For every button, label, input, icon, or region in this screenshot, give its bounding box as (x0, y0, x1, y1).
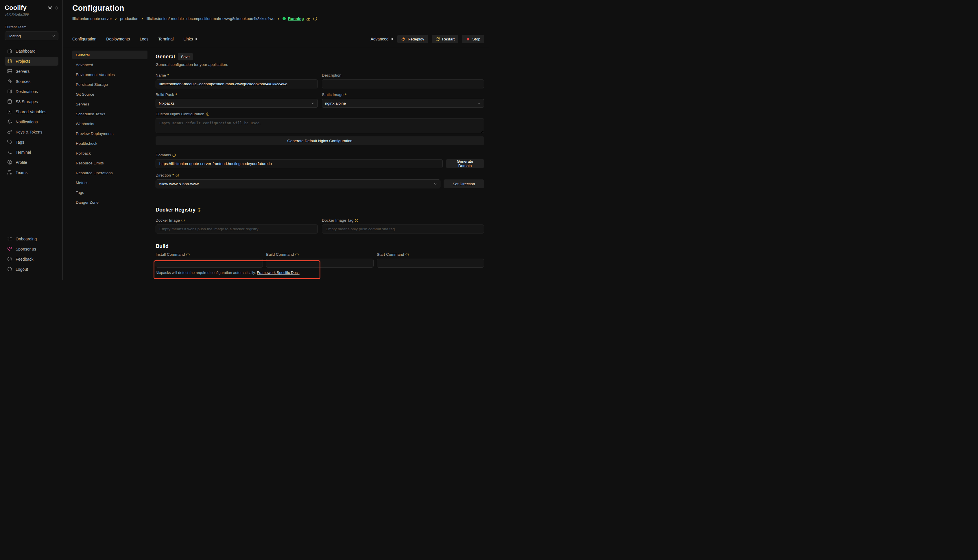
subnav-item-persistent-storage[interactable]: Persistent Storage (72, 80, 147, 89)
section-title-docker-registry: Docker Registry (155, 207, 484, 213)
info-icon (186, 253, 190, 256)
sidebar: Coolify v4.0.0-beta.399 Current Team Hos… (0, 0, 63, 280)
stop-pause-icon (466, 37, 470, 41)
direction-select[interactable]: Allow www & non-www. (155, 180, 440, 188)
team-select[interactable]: Hosting (5, 32, 59, 40)
app-logo: Coolify (5, 4, 27, 12)
subnav-item-servers[interactable]: Servers (72, 100, 147, 108)
logout-icon (7, 267, 12, 272)
status-dot (283, 17, 286, 20)
sidebar-item-keys-tokens[interactable]: Keys & Tokens (5, 127, 59, 137)
build-pack-select[interactable]: Nixpacks (155, 99, 318, 108)
users-icon (7, 170, 12, 175)
settings-subnav: General Advanced Environment Variables P… (72, 50, 147, 280)
subnav-item-resource-limits[interactable]: Resource Limits (72, 158, 147, 167)
subnav-item-rollback[interactable]: Rollback (72, 149, 147, 157)
user-circle-icon (7, 160, 12, 165)
subnav-item-healthcheck[interactable]: Healthcheck (72, 139, 147, 148)
info-icon (355, 219, 358, 222)
install-command-input[interactable] (155, 258, 263, 268)
sidebar-item-sponsor-us[interactable]: Sponsor us (5, 245, 59, 253)
subnav-item-environment-variables[interactable]: Environment Variables (72, 70, 147, 79)
info-icon (181, 219, 185, 222)
tab-configuration[interactable]: Configuration (72, 37, 96, 41)
sidebar-item-sources[interactable]: Sources (5, 77, 59, 86)
status-badge[interactable]: Running (288, 17, 304, 21)
custom-nginx-label: Custom Nginx Configuration (155, 112, 484, 117)
subnav-item-webhooks[interactable]: Webhooks (72, 119, 147, 128)
static-image-select[interactable]: nginx:alpine (322, 99, 484, 108)
sidebar-item-logout[interactable]: Logout (5, 265, 59, 273)
domains-input[interactable] (155, 159, 443, 168)
restart-button[interactable]: Restart (432, 35, 459, 43)
subnav-item-preview-deployments[interactable]: Preview Deployments (72, 129, 147, 138)
sidebar-footer: Onboarding Sponsor us Feedback Logout (5, 234, 59, 275)
description-input[interactable] (322, 80, 484, 88)
section-title-build: Build (155, 243, 484, 249)
theme-toggle-sun-icon[interactable] (48, 5, 52, 10)
subnav-item-metrics[interactable]: Metrics (72, 178, 147, 187)
redeploy-button[interactable]: Redeploy (397, 35, 428, 43)
tab-deployments[interactable]: Deployments (106, 37, 130, 41)
subnav-item-resource-operations[interactable]: Resource Operations (72, 168, 147, 177)
help-circle-icon (7, 257, 12, 262)
section-subtitle: General configuration for your applicati… (155, 62, 484, 67)
sidebar-item-profile[interactable]: Profile (5, 158, 59, 167)
install-command-label: Install Command (155, 252, 263, 257)
sidebar-item-tags[interactable]: Tags (5, 138, 59, 147)
database-icon (7, 99, 12, 104)
sidebar-item-dashboard[interactable]: Dashboard (5, 47, 59, 55)
restart-icon (436, 37, 440, 41)
sidebar-collapse-chevrons-icon[interactable] (55, 6, 59, 10)
docker-image-tag-input[interactable] (322, 225, 484, 233)
breadcrumb-project[interactable]: illicitonion quote server (72, 17, 112, 21)
custom-nginx-textarea[interactable] (155, 118, 484, 133)
generate-nginx-config-button[interactable]: Generate Default Nginx Configuration (155, 137, 484, 145)
breadcrumb-environment[interactable]: production (120, 17, 138, 21)
stop-button[interactable]: Stop (462, 35, 484, 43)
section-title-general: General (155, 54, 175, 60)
tab-logs[interactable]: Logs (140, 37, 148, 41)
app-version: v4.0.0-beta.399 (5, 12, 59, 17)
set-direction-button[interactable]: Set Direction (444, 180, 484, 188)
subnav-item-general[interactable]: General (72, 50, 147, 59)
git-source-icon (7, 79, 12, 84)
sidebar-item-terminal[interactable]: Terminal (5, 148, 59, 157)
page-title: Configuration (72, 4, 484, 13)
tab-links[interactable]: Links (183, 37, 197, 41)
docker-image-tag-label: Docker Image Tag (322, 218, 484, 223)
sidebar-item-notifications[interactable]: Notifications (5, 117, 59, 126)
chevrons-up-down-icon (194, 37, 197, 41)
subnav-item-tags[interactable]: Tags (72, 188, 147, 197)
sidebar-item-destinations[interactable]: Destinations (5, 87, 59, 96)
generate-domain-button[interactable]: Generate Domain (446, 159, 484, 168)
docker-image-input[interactable] (155, 225, 318, 233)
refresh-icon[interactable] (313, 17, 317, 21)
sidebar-item-servers[interactable]: Servers (5, 67, 59, 76)
warning-triangle-icon (306, 17, 311, 21)
subnav-item-advanced[interactable]: Advanced (72, 60, 147, 69)
sidebar-item-onboarding[interactable]: Onboarding (5, 234, 59, 243)
build-command-input[interactable] (266, 258, 373, 268)
name-label: Name* (155, 73, 318, 78)
subnav-item-scheduled-tasks[interactable]: Scheduled Tasks (72, 110, 147, 118)
subnav-item-danger-zone[interactable]: Danger Zone (72, 198, 147, 207)
save-button[interactable]: Save (178, 53, 193, 60)
start-command-input[interactable] (377, 258, 484, 268)
sidebar-item-shared-variables[interactable]: Shared Variables (5, 107, 59, 116)
main-area: Configuration illicitonion quote server … (63, 0, 489, 280)
subnav-item-git-source[interactable]: Git Source (72, 90, 147, 98)
sidebar-item-s3-storages[interactable]: S3 Storages (5, 97, 59, 106)
breadcrumb-application[interactable]: illicitestonion/-module--decomposition:m… (146, 17, 274, 21)
variable-icon (7, 109, 12, 114)
sidebar-item-projects[interactable]: Projects (5, 57, 59, 66)
static-image-label: Static Image* (322, 92, 484, 97)
framework-docs-link[interactable]: Framework Specific Docs (257, 270, 299, 275)
sidebar-item-teams[interactable]: Teams (5, 168, 59, 177)
chevron-right-icon (140, 17, 144, 20)
layers-icon (7, 59, 12, 63)
name-input[interactable] (155, 80, 318, 88)
advanced-dropdown[interactable]: Advanced (370, 37, 393, 41)
tab-terminal[interactable]: Terminal (158, 37, 174, 41)
sidebar-item-feedback[interactable]: Feedback (5, 255, 59, 263)
